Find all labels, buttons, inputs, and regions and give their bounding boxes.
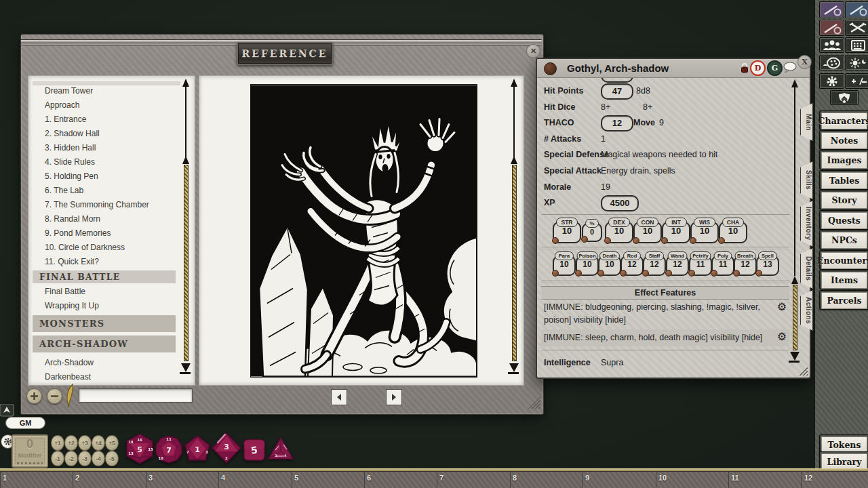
toc-item[interactable]: 7. The Summoning Chamber xyxy=(33,198,176,212)
close-icon[interactable]: ✕ xyxy=(526,44,540,58)
save-staff[interactable]: Staff 12 xyxy=(643,256,666,276)
lighting-icon[interactable] xyxy=(845,55,868,70)
chat-bubble-icon[interactable] xyxy=(783,62,797,73)
scrollbar-rod[interactable] xyxy=(185,87,186,157)
window-title-plaque[interactable]: REFERENCE xyxy=(237,42,333,65)
scroll-thumb-icon[interactable] xyxy=(791,276,798,284)
chat-pointer-icon[interactable] xyxy=(0,404,15,418)
toc-item[interactable]: 8. Randal Morn xyxy=(33,212,176,226)
scrollbar-rope[interactable] xyxy=(793,285,797,350)
scrollbar-rod[interactable] xyxy=(794,87,795,276)
sidebar-item-encounters[interactable]: Encounters xyxy=(819,250,868,270)
weapon-blue-icon[interactable] xyxy=(845,1,868,18)
save-death[interactable]: Death 10 xyxy=(598,256,621,276)
toc-item[interactable]: 10. Circle of Darkness xyxy=(33,241,176,255)
toc-item[interactable]: 4. Slide Rules xyxy=(33,155,176,169)
modifier-chip[interactable]: +2 xyxy=(64,435,78,451)
ability-wis[interactable]: WIS 10 xyxy=(690,222,719,243)
thaco-field[interactable]: 12 xyxy=(601,115,633,131)
die-reveal-icon[interactable]: D xyxy=(750,60,766,76)
tab-details[interactable]: Details xyxy=(800,248,813,289)
resize-grip[interactable] xyxy=(797,365,808,375)
modifier-chip[interactable]: -2 xyxy=(64,451,78,466)
calculator-icon[interactable] xyxy=(845,37,868,53)
modifier-chip[interactable]: -3 xyxy=(78,451,92,466)
toc-item[interactable]: 3. Hidden Hall xyxy=(33,141,176,155)
toc-item[interactable]: 2. Shadow Hall xyxy=(33,127,176,141)
zoom-in-button[interactable] xyxy=(26,388,42,404)
crossed-swords-icon[interactable] xyxy=(845,20,868,36)
save-poison[interactable]: Poison 10 xyxy=(576,256,599,276)
toc-item[interactable]: Approach xyxy=(33,98,176,113)
toc-item[interactable]: 1. Entrance xyxy=(33,113,176,127)
tab-inventory[interactable]: Inventory xyxy=(800,201,813,247)
toc-item[interactable]: 11. Quick Exit? xyxy=(33,255,176,269)
save-para[interactable]: Para 10 xyxy=(553,256,576,276)
tab-actions[interactable]: Actions xyxy=(800,290,813,331)
sidebar-item-characters[interactable]: Characters xyxy=(819,110,868,130)
toc-item[interactable]: Wrapping It Up xyxy=(33,299,176,313)
sidebar-item-quests[interactable]: Quests xyxy=(819,210,868,230)
xp-field[interactable]: 4500 xyxy=(601,195,639,211)
weapon-red-icon[interactable] xyxy=(819,20,844,36)
save-petrify[interactable]: Petrify 11 xyxy=(689,256,712,276)
toc-item[interactable]: Dream Tower xyxy=(33,84,176,98)
options-gear-icon[interactable] xyxy=(819,73,844,89)
effect-settings-gear-icon[interactable]: ⚙ xyxy=(777,331,787,342)
modifiers-plusminus-icon[interactable] xyxy=(845,73,868,89)
save-breath[interactable]: Breath 12 xyxy=(734,256,757,276)
characters-group-icon[interactable] xyxy=(819,37,844,53)
d4-die[interactable]: 2 4 xyxy=(267,436,294,461)
d12-die[interactable]: 7 11 10 xyxy=(155,434,183,464)
scrollbar-rope[interactable] xyxy=(512,165,517,361)
save-spell[interactable]: Spell 13 xyxy=(756,256,779,276)
lock-icon[interactable] xyxy=(740,62,749,75)
d10-die[interactable]: 1 7 3 xyxy=(183,435,212,464)
scroll-up-icon[interactable] xyxy=(511,79,517,87)
scroll-up-icon[interactable] xyxy=(182,79,189,87)
modifier-chip[interactable]: -4 xyxy=(92,451,105,466)
gm-badge-icon[interactable]: G xyxy=(767,60,783,76)
collapse-shield-icon[interactable] xyxy=(830,90,859,105)
scroll-thumb-icon[interactable] xyxy=(511,156,517,164)
toc-item[interactable]: Darkenbeast xyxy=(33,370,176,384)
toc-item[interactable]: Final Battle xyxy=(33,285,176,299)
ability-con[interactable]: CON 10 xyxy=(633,222,662,243)
toc-item[interactable]: 5. Holding Pen xyxy=(33,169,176,184)
save-wand[interactable]: Wand 12 xyxy=(666,256,689,276)
sidebar-item-notes[interactable]: Notes xyxy=(819,130,868,150)
resize-grip[interactable] xyxy=(528,396,540,409)
next-page-button[interactable] xyxy=(386,389,402,405)
modifier-chip[interactable]: +3 xyxy=(78,435,92,451)
sidebar-item-items[interactable]: Items xyxy=(819,270,868,289)
sidebar-item-npcs[interactable]: NPCs xyxy=(819,230,868,249)
sidebar-item-parcels[interactable]: Parcels xyxy=(819,290,868,310)
zoom-out-button[interactable] xyxy=(47,388,62,404)
scroll-anchor-icon[interactable] xyxy=(509,363,519,372)
modifier-box[interactable]: 0 Modifier xyxy=(12,434,48,468)
sidebar-item-story[interactable]: Story xyxy=(819,190,868,209)
scrollbar-rod[interactable] xyxy=(513,87,515,157)
modifier-chip[interactable]: +1 xyxy=(51,435,64,451)
save-rod[interactable]: Rod 12 xyxy=(620,256,644,276)
scroll-thumb-icon[interactable] xyxy=(182,156,189,164)
ability-cha[interactable]: CHA 10 xyxy=(719,222,747,243)
prev-page-button[interactable] xyxy=(331,389,347,405)
effect-settings-gear-icon[interactable]: ⚙ xyxy=(777,302,787,312)
search-input[interactable] xyxy=(79,388,193,403)
d8-die[interactable]: 3 2 xyxy=(212,432,241,464)
close-icon[interactable]: X xyxy=(797,55,812,69)
scroll-anchor-icon[interactable] xyxy=(181,363,191,372)
weapon-purple-icon[interactable] xyxy=(819,1,844,18)
scrollbar-rope[interactable] xyxy=(184,165,189,361)
ability-str[interactable]: STR 10 xyxy=(553,222,581,243)
modifier-chip[interactable]: +4 xyxy=(92,435,105,451)
hit-points-field[interactable]: 47 xyxy=(601,83,633,100)
toc-item[interactable]: 9. Pond Memories xyxy=(33,226,176,241)
tokens-palette-icon[interactable] xyxy=(819,55,844,70)
sidebar-item-tables[interactable]: Tables xyxy=(819,170,868,190)
save-poly[interactable]: Poly 11 xyxy=(711,256,734,276)
toc-item[interactable]: Arch-Shadow xyxy=(33,356,176,370)
d6-die[interactable]: 5 xyxy=(243,439,266,462)
d20-die[interactable]: 5 16 15 13 18 xyxy=(125,433,155,464)
